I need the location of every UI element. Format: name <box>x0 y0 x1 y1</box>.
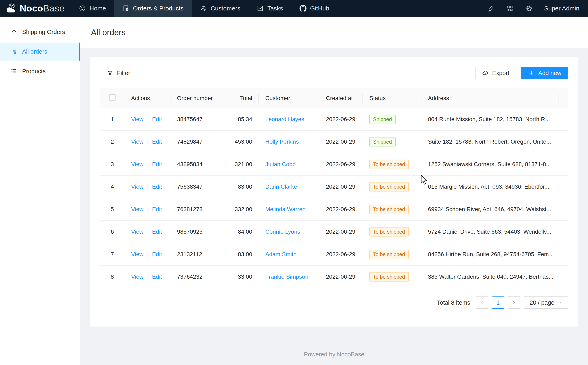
content-area: Filter Export <box>80 48 588 358</box>
sidebar: Shipping Orders All orders <box>0 17 80 365</box>
column-header-order-number: Order number <box>170 88 226 108</box>
nav-tab-label: Tasks <box>267 5 283 12</box>
action-divider <box>147 162 148 168</box>
nav-tab-home[interactable]: Home <box>71 0 114 17</box>
sidebar-item-label: All orders <box>22 48 47 55</box>
chevron-down-icon <box>559 300 563 305</box>
row-index: 8 <box>111 274 114 280</box>
nav-tab-label: Home <box>89 5 106 12</box>
sidebar-menu: Shipping Orders All orders <box>0 17 80 80</box>
add-new-button-label: Add new <box>538 70 561 77</box>
nav-tab-tasks[interactable]: Tasks <box>248 0 291 17</box>
chevron-left-icon <box>480 300 485 305</box>
pagination-prev-button[interactable] <box>476 296 488 309</box>
view-link[interactable]: View <box>131 161 143 167</box>
customer-link[interactable]: Julian Cobb <box>265 161 296 167</box>
view-link[interactable]: View <box>131 274 143 280</box>
status-badge: To be shipped <box>369 250 409 259</box>
action-divider <box>147 207 148 213</box>
sidebar-item-products[interactable]: Products <box>0 62 80 80</box>
pagination-page-1[interactable]: 1 <box>492 296 504 309</box>
row-index: 1 <box>111 116 114 122</box>
page-size-value: 20 / page <box>530 299 554 306</box>
appstore-add-icon <box>507 5 513 12</box>
export-button[interactable]: Export <box>475 67 516 79</box>
created-at-cell: 2022-06-29 <box>326 274 355 280</box>
page-header: All orders <box>80 17 588 48</box>
sidebar-item-shipping-orders[interactable]: Shipping Orders <box>0 23 80 41</box>
total-cell: 321.00 <box>235 161 252 167</box>
customer-link[interactable]: Melinda Warren <box>265 206 306 212</box>
total-cell: 453.00 <box>235 139 252 145</box>
customer-link[interactable]: Adam Smith <box>265 251 297 257</box>
nav-tab-label: Customers <box>211 5 240 12</box>
user-menu[interactable]: Super Admin <box>544 5 579 12</box>
customer-link[interactable]: Holly Perkins <box>265 139 299 145</box>
customer-link[interactable]: Connie Lyons <box>265 229 300 235</box>
plugins-button[interactable] <box>500 0 520 17</box>
customer-link[interactable]: Frankie Simpson <box>265 274 308 280</box>
edit-link[interactable]: Edit <box>152 139 162 145</box>
order-number-cell: 38475647 <box>177 116 203 122</box>
address-cell: 804 Runte Mission, Suite 182, 15783, Nor… <box>428 116 550 122</box>
action-divider <box>147 252 148 258</box>
export-button-label: Export <box>492 70 509 77</box>
edit-link[interactable]: Edit <box>152 161 162 167</box>
highlighter-icon <box>487 5 494 12</box>
file-done-icon <box>11 48 17 55</box>
view-link[interactable]: View <box>131 183 143 190</box>
ui-editor-button[interactable] <box>481 0 500 17</box>
page-size-select[interactable]: 20 / page <box>524 296 568 309</box>
customer-link[interactable]: Darin Clarke <box>265 183 297 190</box>
pagination-next-button[interactable] <box>508 296 520 309</box>
created-at-cell: 2022-06-29 <box>326 229 355 235</box>
status-badge: Shipped <box>369 115 396 124</box>
settings-button[interactable] <box>520 0 539 17</box>
column-header-status: Status <box>363 88 421 108</box>
total-cell: 84.00 <box>238 229 252 235</box>
customer-link[interactable]: Leonard Hayes <box>265 116 304 122</box>
order-number-cell: 43895834 <box>177 161 203 167</box>
view-link[interactable]: View <box>131 139 143 145</box>
chevron-right-icon <box>512 300 516 305</box>
nav-tab-customers[interactable]: Customers <box>192 0 248 17</box>
action-divider <box>147 139 148 145</box>
address-cell: 69934 Schoen River, Apt. 646, 49704, Wal… <box>428 206 551 212</box>
view-link[interactable]: View <box>131 116 143 122</box>
created-at-cell: 2022-06-29 <box>326 116 355 122</box>
edit-link[interactable]: Edit <box>152 274 162 280</box>
row-index: 4 <box>111 183 114 190</box>
edit-link[interactable]: Edit <box>152 251 162 257</box>
edit-link[interactable]: Edit <box>152 116 162 122</box>
nav-tab-orders-products[interactable]: Orders & Products <box>114 0 192 17</box>
status-badge: Shipped <box>369 137 396 147</box>
orders-card: Filter Export <box>90 57 578 327</box>
view-link[interactable]: View <box>131 229 143 235</box>
view-link[interactable]: View <box>131 251 143 257</box>
table-row: 2 ViewEdit 74829847 453.00 Holly Perkins… <box>100 131 568 153</box>
nav-tab-github[interactable]: GitHub <box>291 0 337 17</box>
total-cell: 33.00 <box>238 274 252 280</box>
page-title: All orders <box>91 28 126 37</box>
status-badge: To be shipped <box>369 160 409 169</box>
view-link[interactable]: View <box>131 206 143 212</box>
order-number-cell: 73764232 <box>177 274 203 280</box>
sidebar-item-all-orders[interactable]: All orders <box>0 42 80 61</box>
filter-button[interactable]: Filter <box>100 67 137 79</box>
order-number-cell: 98570923 <box>177 229 203 235</box>
plus-icon <box>528 70 535 76</box>
row-index: 3 <box>111 161 114 167</box>
created-at-cell: 2022-06-29 <box>326 251 355 257</box>
edit-link[interactable]: Edit <box>152 229 162 235</box>
brand-name: NocoBase <box>20 3 65 14</box>
column-header-created-at: Created at <box>319 88 363 108</box>
select-all-checkbox[interactable] <box>109 94 116 101</box>
orders-table: Actions Order number Total Customer Crea… <box>100 88 568 288</box>
action-divider <box>147 184 148 190</box>
add-new-button[interactable]: Add new <box>521 67 568 79</box>
table-header-row: Actions Order number Total Customer Crea… <box>100 88 568 108</box>
edit-link[interactable]: Edit <box>152 206 162 212</box>
edit-link[interactable]: Edit <box>152 183 162 190</box>
nocobase-logo[interactable]: NocoBase <box>0 0 71 17</box>
gear-icon <box>526 5 533 12</box>
